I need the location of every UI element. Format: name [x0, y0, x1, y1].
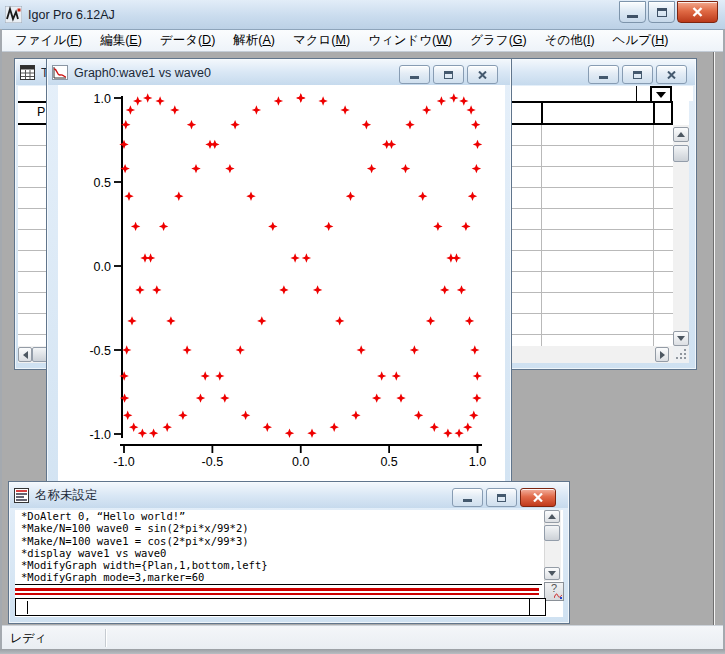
arrow-down-icon	[548, 571, 556, 576]
data-point-marker	[459, 96, 468, 105]
minimize-icon	[410, 76, 419, 79]
table-column-header-label: P	[37, 105, 45, 119]
graph-window-title: Graph0:wave1 vs wave0	[74, 66, 211, 80]
menu-item-macro[interactable]: マクロ(M)	[284, 29, 359, 52]
data-point-marker	[166, 316, 175, 325]
data-point-marker	[457, 285, 466, 294]
command-close-button[interactable]	[520, 488, 556, 507]
history-bottom-border	[15, 584, 542, 585]
data-point-marker	[159, 222, 168, 231]
history-line: *Make/N=100 wave1 = cos(2*pi*x/99*3)	[15, 535, 542, 547]
graph-window-titlebar[interactable]: Graph0:wave1 vs wave0	[48, 60, 510, 85]
window-frame	[0, 649, 725, 654]
data-point-marker	[123, 411, 132, 420]
main-titlebar[interactable]: Igor Pro 6.12AJ	[0, 0, 725, 30]
main-menubar: ファイル(F)編集(E)データ(D)解析(A)マクロ(M)ウィンドウ(W)グラフ…	[2, 30, 723, 52]
data-point-marker	[468, 192, 477, 201]
main-minimize-button[interactable]	[619, 1, 646, 23]
data-point-marker	[268, 222, 277, 231]
command-maximize-button[interactable]	[486, 488, 517, 507]
data-point-marker	[401, 164, 410, 173]
menu-item-file[interactable]: ファイル(F)	[6, 29, 91, 52]
history-line: *Make/N=100 wave0 = sin(2*pi*x/99*2)	[15, 522, 542, 534]
minimize-icon	[463, 499, 472, 502]
minimize-icon	[627, 15, 638, 18]
history-line: *DoAlert 0, “Hello world!”	[15, 510, 542, 522]
data-point-marker	[122, 345, 131, 354]
data-point-marker	[241, 411, 250, 420]
menu-item-edit[interactable]: 編集(E)	[91, 29, 151, 52]
data-point-marker	[129, 423, 138, 432]
menu-item-analysis[interactable]: 解析(A)	[224, 29, 284, 52]
statusbar: レディ	[2, 625, 723, 650]
data-point-marker	[133, 96, 142, 105]
status-text: レディ	[2, 630, 47, 647]
main-maximize-button[interactable]	[648, 1, 675, 23]
data-point-marker	[285, 429, 294, 438]
data-point-marker	[182, 345, 191, 354]
history-line: *ModifyGraph width={Plan,1,bottom,left}	[15, 559, 542, 571]
data-point-marker	[440, 285, 449, 294]
menu-item-window[interactable]: ウィンドウ(W)	[359, 29, 461, 52]
table-scroll-left-button[interactable]	[18, 347, 32, 362]
data-point-marker	[473, 140, 482, 149]
history-line: *ModifyGraph mode=3,marker=60	[15, 571, 542, 583]
command-window-title: 名称未設定	[35, 487, 98, 504]
data-point-marker	[452, 253, 461, 262]
data-point-marker	[461, 222, 470, 231]
menu-item-graph[interactable]: グラフ(G)	[461, 29, 535, 52]
data-point-marker	[119, 140, 128, 149]
graph-close-button[interactable]	[467, 65, 498, 84]
data-point-marker	[263, 423, 272, 432]
table-icon	[20, 65, 35, 80]
table-header-divider	[653, 101, 655, 125]
data-point-marker	[279, 285, 288, 294]
data-point-marker	[340, 105, 349, 114]
main-close-button[interactable]	[677, 1, 718, 23]
data-point-marker	[155, 96, 164, 105]
table-resize-grip[interactable]	[673, 346, 689, 363]
data-point-marker	[257, 316, 266, 325]
igor-pro-application: Igor Pro 6.12AJ ファイル(F)編集(E)データ(D)解析(A)マ…	[0, 0, 725, 654]
data-point-marker	[387, 140, 396, 149]
data-point-marker	[170, 105, 179, 114]
table-scroll-up-button[interactable]	[673, 127, 689, 142]
data-point-marker	[220, 393, 229, 402]
command-help-button[interactable]: ?	[544, 582, 564, 601]
table-maximize-button[interactable]	[622, 65, 653, 84]
command-history: *DoAlert 0, “Hello world!”*Make/N=100 wa…	[15, 510, 542, 584]
command-minimize-button[interactable]	[452, 488, 483, 507]
data-point-marker	[466, 105, 475, 114]
maximize-icon	[444, 71, 453, 79]
command-scroll-up-button[interactable]	[544, 510, 560, 523]
command-window-icon	[14, 488, 29, 503]
graph-minimize-button[interactable]	[399, 65, 430, 84]
data-point-marker	[318, 96, 327, 105]
menu-item-data[interactable]: データ(D)	[151, 29, 224, 52]
close-icon	[692, 7, 703, 17]
data-point-marker	[351, 411, 360, 420]
table-minimize-button[interactable]	[588, 65, 619, 84]
data-point-marker	[454, 429, 463, 438]
menu-item-misc[interactable]: その他(I)	[536, 29, 604, 52]
table-scroll-right-button[interactable]	[655, 347, 669, 362]
x-tick-label: -0.5	[202, 455, 224, 469]
command-scroll-down-button[interactable]	[544, 567, 560, 580]
table-close-button[interactable]	[656, 65, 687, 84]
data-point-marker	[196, 393, 205, 402]
command-scroll-thumb[interactable]	[544, 525, 560, 541]
table-header-divider	[541, 101, 543, 125]
data-point-marker	[426, 316, 435, 325]
command-window-titlebar[interactable]: 名称未設定	[10, 483, 568, 508]
data-point-marker	[307, 429, 316, 438]
command-input[interactable]	[15, 598, 546, 616]
table-vertical-scroll-thumb[interactable]	[673, 145, 689, 162]
table-column-gridline	[653, 125, 654, 346]
data-point-marker	[473, 371, 482, 380]
menu-item-help[interactable]: ヘルプ(H)	[604, 29, 678, 52]
close-icon	[667, 71, 676, 79]
table-scroll-down-button[interactable]	[673, 331, 689, 346]
data-point-marker	[357, 345, 366, 354]
graph-maximize-button[interactable]	[433, 65, 464, 84]
x-tick-label: -1.0	[113, 455, 135, 469]
